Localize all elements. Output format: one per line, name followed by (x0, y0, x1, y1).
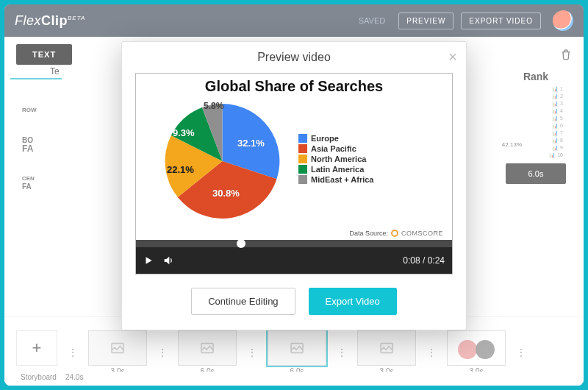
comscore-icon (391, 230, 398, 237)
slice-label: 22.1% (167, 164, 194, 175)
continue-editing-button[interactable]: Continue Editing (191, 288, 295, 315)
video-controls: 0:08 / 0:24 (136, 247, 452, 274)
data-source: Data Source: comScore (349, 230, 443, 237)
chart-frame: Global Share of Searches (136, 74, 452, 240)
legend-item: Latin America (311, 165, 364, 174)
modal-overlay: × Preview video Global Share of Searches (4, 4, 584, 386)
legend-item: MidEast + Africa (311, 175, 373, 184)
video-scrubber[interactable] (136, 240, 452, 247)
slice-label: 32.1% (237, 138, 265, 149)
modal-title: Preview video (122, 51, 466, 64)
data-source-label: Data Source: (349, 230, 388, 237)
video-preview: Global Share of Searches (135, 73, 453, 274)
preview-video-modal: × Preview video Global Share of Searches (121, 41, 467, 330)
legend-item: North America (311, 155, 366, 163)
scrubber-handle[interactable] (237, 239, 245, 248)
legend-item: Europe (311, 134, 339, 143)
app-window: FlexClipBETA SAVED PREVIEW EXPORT VIDEO … (4, 4, 584, 386)
slice-label: 30.8% (212, 188, 240, 199)
volume-icon[interactable] (162, 255, 174, 266)
pie-chart: 32.1% 30.8% 22.1% 9.3% 5.8% (143, 93, 294, 224)
close-icon[interactable]: × (448, 49, 457, 64)
chart-legend: Europe Asia Pacific North America Latin … (298, 132, 373, 185)
slice-label: 5.8% (204, 101, 223, 111)
play-icon[interactable] (143, 255, 154, 266)
data-source-name: comScore (401, 230, 443, 237)
legend-item: Asia Pacific (311, 144, 356, 153)
export-video-modal-button[interactable]: Export Video (309, 288, 397, 315)
video-time: 0:08 / 0:24 (403, 255, 445, 266)
chart-title: Global Share of Searches (143, 78, 445, 95)
slice-label: 9.3% (173, 127, 195, 138)
